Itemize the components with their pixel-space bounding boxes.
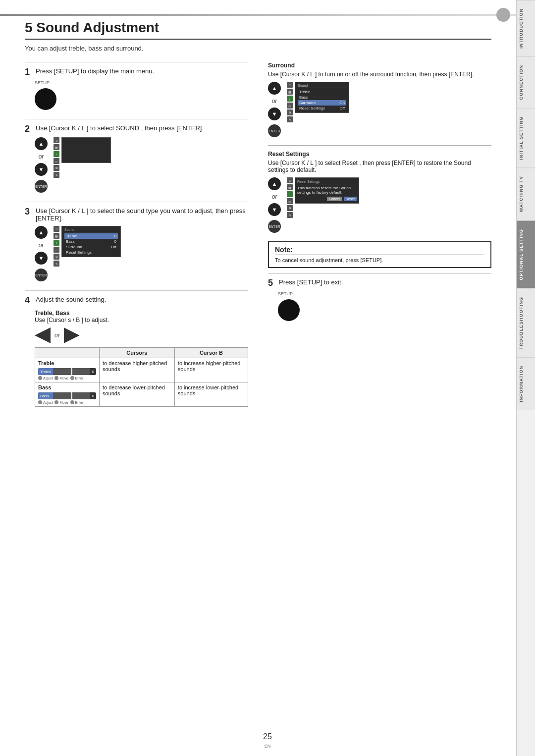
or-text-2: or <box>39 153 44 160</box>
menu-mockup-header-3: Sound <box>64 228 118 232</box>
mini-circle-4 <box>38 400 42 404</box>
step-4-num: 4 <box>25 296 34 305</box>
enter-btn-3[interactable]: ENTER <box>35 269 48 281</box>
icon-info-s: ✎ <box>287 116 293 122</box>
chapter-title-text: Sound Adjustment <box>36 20 159 35</box>
treble-slider[interactable]: Treble 0 <box>38 368 96 375</box>
icon-copy-r: ⧉ <box>287 205 293 211</box>
enter-btn-reset[interactable]: ENTER <box>268 220 281 233</box>
step-5: 5 Press [SETUP] to exit. SETUP <box>268 278 491 321</box>
table-bass-increase: to increase lower-pitched sounds <box>174 382 248 407</box>
page-wrapper: 5 Sound Adjustment You can adjust treble… <box>0 0 535 756</box>
arrow-right-icon[interactable] <box>64 327 80 343</box>
menu-row-bass-3: Bass 0 <box>64 239 118 244</box>
treble-slider-track <box>53 368 90 375</box>
enter-btn-2[interactable]: ENTER <box>35 180 48 193</box>
treble-bass-label: Treble, Bass <box>35 310 248 317</box>
table-col-empty <box>35 348 100 358</box>
surround-or: or <box>272 98 277 105</box>
step-3-nav-icons: ▲ or ▼ ENTER <box>35 226 48 281</box>
arrow-down-btn-3[interactable]: ▼ <box>35 252 48 265</box>
reset-instruction-row: ▲ or ▼ ENTER ⊃ ▦ ♪ ▭ <box>268 177 491 233</box>
arrow-down-btn-2[interactable]: ▼ <box>35 163 48 176</box>
sidebar-tab-connection[interactable]: CONNECTION <box>517 56 535 108</box>
bass-enter-ctrl: Enter <box>70 400 84 404</box>
arrow-up-btn-2[interactable]: ▲ <box>35 137 48 150</box>
sidebar-tab-troubleshooting[interactable]: TROUBLESHOOTING <box>517 288 535 358</box>
icon-picture-r: ▦ <box>287 184 293 190</box>
treble-name: Treble <box>38 360 96 366</box>
sidebar-tab-initial-setting[interactable]: INITIAL SETTING <box>517 108 535 168</box>
bass-slider-track <box>53 392 90 399</box>
enter-reset-wrap: ENTER <box>268 220 281 233</box>
reset-nav-icons: ▲ or ▼ ENTER <box>268 177 281 233</box>
step-5-num: 5 <box>268 278 277 287</box>
icon-antenna-s: ⊃ <box>287 82 293 88</box>
table-treble-label: Treble Treble 0 <box>35 358 100 382</box>
adjustment-table: Cursors Cursor B Treble Treble <box>35 347 248 407</box>
arrow-left-icon[interactable] <box>35 327 51 343</box>
arrow-down-surround[interactable]: ▼ <box>268 108 281 120</box>
step-1-num: 1 <box>25 67 34 76</box>
setup-button-1[interactable] <box>35 88 56 110</box>
reset-text: Use [Cursor K / L ] to select Reset , th… <box>268 160 491 173</box>
arrow-down-reset[interactable]: ▼ <box>268 203 281 216</box>
table-bass-decrease: to decrease lower-pitched sounds <box>100 382 175 407</box>
setup-button-5[interactable] <box>278 299 300 321</box>
step-5-header: 5 Press [SETUP] to exit. <box>268 278 491 287</box>
icon-sound-active: ♪ <box>54 151 59 157</box>
note-text: To cancel sound adjustment, press [SETUP… <box>275 257 484 263</box>
chapter-number: 5 <box>25 20 33 35</box>
surround-nav-icons: ▲ or ▼ ENTER <box>268 82 281 137</box>
icon-antenna-3: ⊃ <box>54 226 59 232</box>
icon-lock: ▭ <box>54 158 59 164</box>
enter-btn-surround[interactable]: ENTER <box>268 124 281 137</box>
mini-circle-2 <box>54 376 58 380</box>
treble-enter-ctrl: Enter <box>70 376 84 380</box>
surround-menu-header: Sound <box>298 84 346 88</box>
bass-adjust-ctrl: Adjust <box>38 400 53 404</box>
sidebar-tab-introduction[interactable]: INTRODUCTION <box>517 0 535 56</box>
reset-or: or <box>272 193 277 200</box>
enter-btn-2-wrap: ENTER <box>35 180 48 193</box>
surround-menu-surround: Surround On <box>298 100 346 106</box>
reset-btn-mockup[interactable]: Reset <box>344 197 357 201</box>
mini-circle-5 <box>54 400 58 404</box>
reset-menu-buttons: Cancel Reset <box>297 197 357 201</box>
table-bass-label: Bass Bass 0 <box>35 382 100 407</box>
icon-info-r: ✎ <box>287 212 293 218</box>
left-column: 1 Press [SETUP] to display the main menu… <box>25 62 248 416</box>
treble-bass-desc: Use [Cursor s / B ] to adjust. <box>35 317 248 324</box>
surround-menu-bass: Bass <box>298 95 346 100</box>
sidebar-tab-information[interactable]: INFORMATION <box>517 357 535 410</box>
mini-circle-3 <box>70 376 74 380</box>
bass-slider[interactable]: Bass 0 <box>38 392 96 399</box>
or-text-3: or <box>39 242 44 249</box>
step-3-side-icons: ⊃ ▦ ♪ ▭ ⧉ ✎ <box>54 226 59 267</box>
icon-copy: ⧉ <box>54 165 59 171</box>
reset-title: Reset Settings <box>268 151 491 158</box>
cancel-btn-mockup[interactable]: Cancel <box>327 197 342 201</box>
treble-slider-label: Treble <box>38 368 53 375</box>
treble-move-ctrl: Move <box>54 376 68 380</box>
arrow-up-surround[interactable]: ▲ <box>268 82 281 95</box>
step-1-header: 1 Press [SETUP] to display the main menu… <box>25 67 248 76</box>
right-column: Surround Use [Cursor K / L ] to turn on … <box>268 62 491 416</box>
mini-circle-6 <box>70 400 74 404</box>
arrow-up-btn-3[interactable]: ▲ <box>35 226 48 239</box>
sidebar-tab-optional-setting[interactable]: OPTIONAL SETTING <box>517 220 535 288</box>
menu-row-surround-3: Surround Off <box>64 244 118 250</box>
step-4: 4 Adjust the sound setting. Treble, Bass… <box>25 290 248 407</box>
sidebar-tab-watching-tv[interactable]: WATCHING TV <box>517 167 535 220</box>
step-3-header: 3 Use [Cursor K / L ] to select the soun… <box>25 207 248 222</box>
table-treble-increase: to increase higher-pitched sounds <box>174 358 248 382</box>
surround-title: Surround <box>268 62 491 69</box>
step-1: 1 Press [SETUP] to display the main menu… <box>25 62 248 110</box>
reset-menu: ⊃ ▦ ♪ ▭ ⧉ ✎ Reset Settings This function… <box>287 177 359 218</box>
step-2-side-icons: ⊃ ▦ ♪ ▭ ⧉ ✎ <box>54 137 59 178</box>
table-treble-decrease: to decrease higher-pitched sounds <box>100 358 175 382</box>
page-number: 25 <box>263 732 272 741</box>
arrow-up-reset[interactable]: ▲ <box>268 177 281 190</box>
step-3-text: Use [Cursor K / L ] to select the sound … <box>36 207 248 222</box>
surround-section: Surround Use [Cursor K / L ] to turn on … <box>268 62 491 137</box>
